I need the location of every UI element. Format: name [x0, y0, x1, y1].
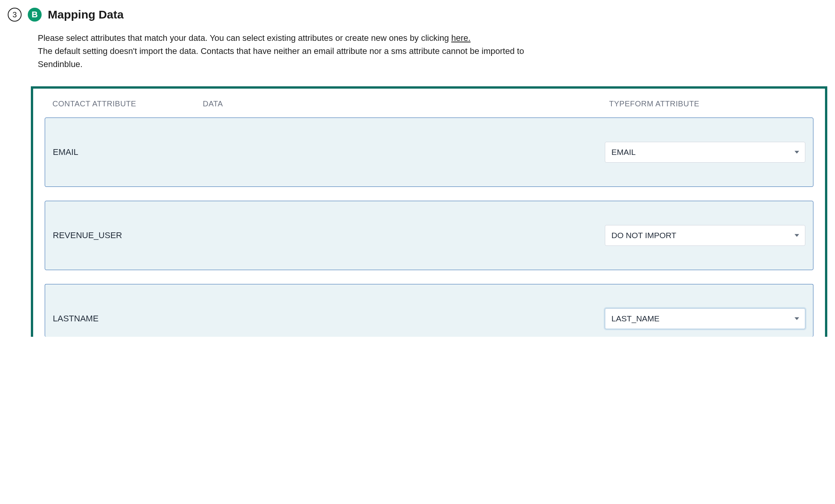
section-description: Please select attributes that match your… — [38, 32, 539, 71]
contact-attribute-label: REVENUE_USER — [53, 230, 203, 240]
chevron-down-icon — [795, 318, 799, 320]
typeform-attribute-select[interactable]: DO NOT IMPORT — [605, 225, 805, 246]
column-header-contact: CONTACT ATTRIBUTE — [52, 99, 203, 108]
column-header-typeform: TYPEFORM ATTRIBUTE — [605, 99, 806, 108]
column-header-data: DATA — [203, 99, 605, 108]
create-attribute-link[interactable]: here. — [451, 33, 470, 43]
typeform-attribute-select[interactable]: EMAIL — [605, 142, 805, 163]
brand-letter: B — [32, 10, 38, 20]
chevron-down-icon — [795, 234, 799, 237]
mapping-row: REVENUE_USER DO NOT IMPORT — [45, 201, 813, 270]
select-value: EMAIL — [611, 148, 636, 157]
step-number: 3 — [12, 10, 17, 19]
section-header: 3 B Mapping Data — [8, 8, 827, 22]
mapping-table-header: CONTACT ATTRIBUTE DATA TYPEFORM ATTRIBUT… — [45, 89, 813, 118]
contact-attribute-label: LASTNAME — [53, 314, 203, 324]
contact-attribute-label: EMAIL — [53, 147, 203, 157]
description-text-2: The default setting doesn't import the d… — [38, 46, 524, 69]
select-value: LAST_NAME — [611, 314, 660, 323]
typeform-attribute-select[interactable]: LAST_NAME — [605, 308, 805, 329]
mapping-row: EMAIL EMAIL — [45, 118, 813, 187]
brand-badge: B — [28, 8, 42, 22]
description-text-1: Please select attributes that match your… — [38, 33, 451, 43]
chevron-down-icon — [795, 151, 799, 154]
step-number-badge: 3 — [8, 8, 22, 22]
select-value: DO NOT IMPORT — [611, 231, 676, 240]
mapping-row: LASTNAME LAST_NAME — [45, 284, 813, 337]
mapping-panel: CONTACT ATTRIBUTE DATA TYPEFORM ATTRIBUT… — [31, 86, 827, 337]
section-title: Mapping Data — [48, 8, 124, 21]
